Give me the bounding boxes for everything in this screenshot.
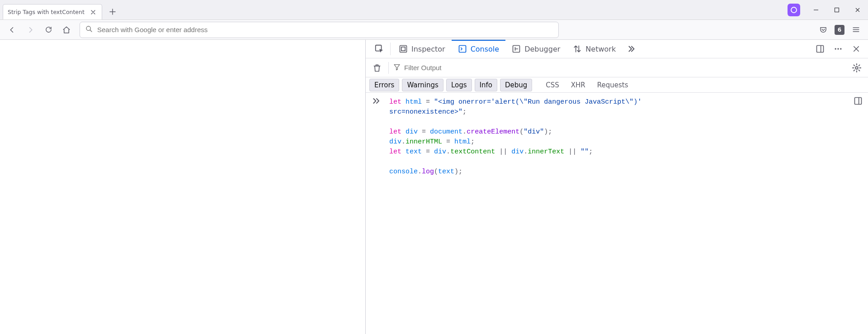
svg-rect-12 [855, 98, 862, 105]
home-button[interactable] [59, 22, 74, 38]
cat-warnings[interactable]: Warnings [402, 79, 443, 91]
cat-info[interactable]: Info [475, 79, 497, 91]
console-categories: Errors Warnings Logs Info Debug CSS XHR … [366, 77, 868, 93]
tab-console[interactable]: Console [452, 40, 506, 58]
svg-point-11 [855, 67, 858, 69]
search-icon [85, 25, 93, 34]
tab-network-label: Network [585, 45, 616, 53]
tab-inspector-label: Inspector [411, 45, 445, 53]
filter-output-field[interactable] [393, 63, 845, 72]
cat-xhr[interactable]: XHR [566, 79, 590, 91]
funnel-icon [393, 63, 401, 72]
tab-debugger[interactable]: Debugger [505, 40, 566, 58]
close-tab-icon[interactable] [89, 8, 97, 16]
window-minimize-button[interactable] [806, 0, 826, 20]
cat-errors[interactable]: Errors [369, 79, 399, 91]
close-devtools-icon[interactable] [847, 40, 865, 58]
profile-badge-icon[interactable] [788, 4, 800, 16]
tab-console-label: Console [471, 45, 500, 53]
console-filterbar [366, 58, 868, 77]
window-maximize-button[interactable] [826, 0, 847, 20]
svg-point-9 [837, 48, 839, 49]
filter-input[interactable] [404, 64, 845, 72]
new-tab-button[interactable] [106, 5, 119, 19]
console-code[interactable]: let html = "<img onerror='alert(\"Run da… [389, 97, 863, 177]
svg-rect-4 [401, 47, 405, 51]
window-close-button[interactable] [847, 0, 868, 20]
svg-rect-0 [835, 8, 839, 12]
counter-value: 6 [838, 27, 841, 33]
devtools-toolbar: Inspector Console Debugger Network [366, 40, 868, 58]
browser-tab[interactable]: Strip Tags with textContent [3, 4, 102, 19]
window-controls [788, 0, 868, 20]
svg-point-10 [840, 48, 841, 49]
cat-css[interactable]: CSS [541, 79, 564, 91]
tab-debugger-label: Debugger [524, 45, 560, 53]
cat-logs[interactable]: Logs [446, 79, 472, 91]
app-menu-button[interactable] [848, 22, 863, 38]
editor-toggle-icon[interactable] [854, 96, 863, 109]
clear-console-icon[interactable] [370, 63, 384, 72]
extensions-counter-badge[interactable]: 6 [835, 25, 844, 35]
address-input[interactable] [97, 26, 553, 33]
browser-navbar: 6 [0, 20, 868, 40]
tab-inspector[interactable]: Inspector [392, 40, 452, 58]
console-settings-icon[interactable] [850, 63, 863, 73]
page-content [0, 40, 365, 334]
forward-button[interactable] [23, 22, 38, 38]
more-tabs-icon[interactable] [622, 40, 640, 58]
svg-rect-3 [400, 46, 407, 52]
kebab-menu-icon[interactable] [829, 40, 847, 58]
back-button[interactable] [5, 22, 20, 38]
address-bar[interactable] [80, 22, 559, 38]
console-output[interactable]: let html = "<img onerror='alert(\"Run da… [366, 93, 868, 334]
browser-tabstrip: Strip Tags with textContent [0, 0, 868, 20]
svg-rect-7 [817, 46, 824, 52]
reload-button[interactable] [41, 22, 56, 38]
dock-side-icon[interactable] [811, 40, 829, 58]
pocket-button[interactable] [816, 22, 831, 38]
pick-element-icon[interactable] [370, 40, 388, 58]
console-prompt-icon [372, 97, 381, 108]
cat-requests[interactable]: Requests [593, 79, 633, 91]
cat-debug[interactable]: Debug [500, 79, 532, 91]
tab-title: Strip Tags with textContent [8, 9, 85, 15]
tab-network[interactable]: Network [566, 40, 622, 58]
main-area: Inspector Console Debugger Network [0, 40, 868, 334]
svg-point-8 [835, 48, 836, 49]
devtools-panel: Inspector Console Debugger Network [365, 40, 868, 334]
